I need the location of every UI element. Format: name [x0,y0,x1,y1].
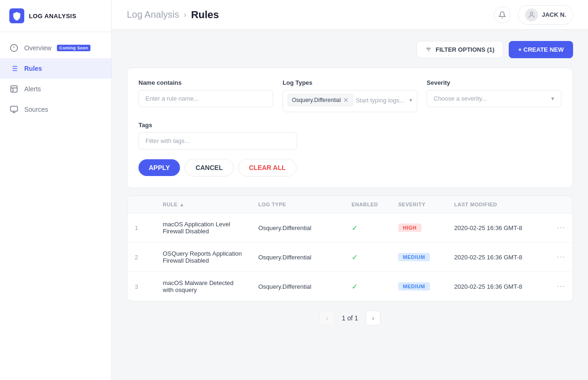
check-icon: ✓ [352,282,358,291]
row-2-actions[interactable]: ··· [549,245,573,269]
breadcrumb-parent: Log Analysis [127,9,179,20]
overview-icon [9,43,19,53]
topbar: Log Analysis › Rules JACK N. [112,0,588,30]
filter-panel: Name contains Log Types Osquery.Differen… [127,68,573,188]
log-types-container[interactable]: Osquery.Differential ✕ Start typing logs… [283,90,417,112]
th-log-type: LOG TYPE [251,196,344,213]
user-icon [528,11,535,19]
row-1-actions[interactable]: ··· [549,216,573,239]
name-contains-label: Name contains [138,79,273,86]
filter-options-label: FILTER OPTIONS (1) [436,46,494,53]
page-toolbar: FILTER OPTIONS (1) + CREATE NEW [127,41,573,58]
sort-arrow: ▲ [180,202,184,207]
svg-point-15 [530,12,533,14]
apply-button[interactable]: APPLY [138,159,180,176]
tags-label: Tags [138,122,297,129]
coming-soon-badge: Coming Soon [57,45,90,51]
row-3-actions[interactable]: ··· [549,275,573,298]
row-1-severity: HIGH [391,216,447,239]
row-2-log-type: Osquery.Differential [251,246,344,268]
tags-field: Tags [138,122,297,149]
row-1-enabled: ✓ [344,216,391,240]
filter-grid: Name contains Log Types Osquery.Differen… [138,79,561,112]
svg-rect-12 [11,106,18,111]
row-3-log-type: Osquery.Differential [251,276,344,298]
sidebar-item-alerts[interactable]: Alerts [0,79,111,99]
severity-select[interactable]: Choose a severity... ▾ [427,90,561,107]
page-info: 1 of 1 [342,314,358,322]
user-menu-button[interactable]: JACK N. [518,5,573,25]
create-new-button[interactable]: + CREATE NEW [509,41,573,58]
name-contains-field: Name contains [138,79,273,112]
log-types-dropdown-arrow[interactable]: ▾ [409,97,412,103]
log-types-label: Log Types [283,79,417,86]
log-type-chip: Osquery.Differential ✕ [288,94,353,106]
sidebar-item-rules-label: Rules [24,65,42,72]
filter-icon [425,47,432,53]
log-type-chip-remove[interactable]: ✕ [343,96,349,104]
severity-label: Severity [427,79,561,86]
page-content: FILTER OPTIONS (1) + CREATE NEW Name con… [112,30,588,380]
pagination: ‹ 1 of 1 › [127,301,573,335]
severity-dropdown-arrow: ▾ [551,95,554,102]
notification-button[interactable] [494,7,511,23]
log-type-chip-label: Osquery.Differential [292,97,341,103]
user-avatar [525,8,538,21]
row-1-rule: macOS Application Level Firewall Disable… [155,213,251,242]
sidebar-item-rules[interactable]: Rules [0,58,111,79]
breadcrumb: Log Analysis › Rules [127,9,219,21]
topbar-right: JACK N. [494,5,573,25]
th-enabled: ENABLED [344,196,391,213]
sidebar-item-overview-label: Overview [24,44,51,52]
bell-icon [498,11,506,19]
filter-options-button[interactable]: FILTER OPTIONS (1) [416,41,503,58]
cancel-button[interactable]: CANCEL [185,159,233,176]
table-header: RULE ▲ LOG TYPE ENABLED SEVERITY LAST MO… [127,196,573,213]
sidebar-item-overview[interactable]: Overview Coming Soon [0,38,111,58]
severity-badge-medium: MEDIUM [398,282,430,291]
breadcrumb-current: Rules [191,9,219,21]
log-types-placeholder: Start typing logs... [356,96,404,105]
row-3-rule: macOS Malware Detected with osquery [155,272,251,301]
user-name: JACK N. [542,11,566,18]
th-rule[interactable]: RULE ▲ [155,196,251,213]
row-3-num: 3 [127,276,155,298]
rules-icon [9,64,19,73]
page-prev-button[interactable]: ‹ [319,311,334,326]
row-1-log-type: Osquery.Differential [251,217,344,239]
filter-actions: APPLY CANCEL CLEAR ALL [138,159,561,176]
th-last-modified: LAST MODIFIED [447,196,549,213]
sidebar: LOG ANALYSIS Overview Coming Soon Rules … [0,0,112,380]
clear-all-button[interactable]: CLEAR ALL [238,159,297,176]
th-actions [549,196,573,213]
logo-icon [9,8,24,23]
row-2-num: 2 [127,246,155,268]
alerts-icon [9,84,19,94]
sidebar-item-sources-label: Sources [24,106,48,113]
app-title: LOG ANALYSIS [29,13,76,20]
page-next-button[interactable]: › [366,311,380,326]
log-types-field: Log Types Osquery.Differential ✕ Start t… [283,79,417,112]
log-types-inner: Osquery.Differential ✕ Start typing logs… [288,94,412,106]
sources-icon [9,105,19,114]
name-contains-input[interactable] [138,90,273,107]
row-3-date: 2020-02-25 16:36 GMT-8 [447,276,549,298]
table-row: 1 macOS Application Level Firewall Disab… [127,213,573,243]
severity-badge-medium: MEDIUM [398,253,430,261]
th-num [127,196,155,213]
table-row: 2 OSQuery Reports Application Firewall D… [127,243,573,272]
row-3-severity: MEDIUM [391,275,447,298]
row-2-enabled: ✓ [344,245,391,269]
sidebar-item-alerts-label: Alerts [24,85,41,93]
sidebar-nav: Overview Coming Soon Rules Alerts Source… [0,32,111,380]
shield-icon [12,11,21,20]
th-severity: SEVERITY [391,196,447,213]
row-1-date: 2020-02-25 16:36 GMT-8 [447,217,549,239]
app-logo: LOG ANALYSIS [0,0,111,32]
svg-rect-9 [11,86,17,92]
sidebar-item-sources[interactable]: Sources [0,99,111,120]
severity-placeholder: Choose a severity... [434,95,487,102]
tags-input[interactable] [138,132,297,149]
row-2-date: 2020-02-25 16:36 GMT-8 [447,246,549,268]
breadcrumb-arrow: › [184,11,186,19]
